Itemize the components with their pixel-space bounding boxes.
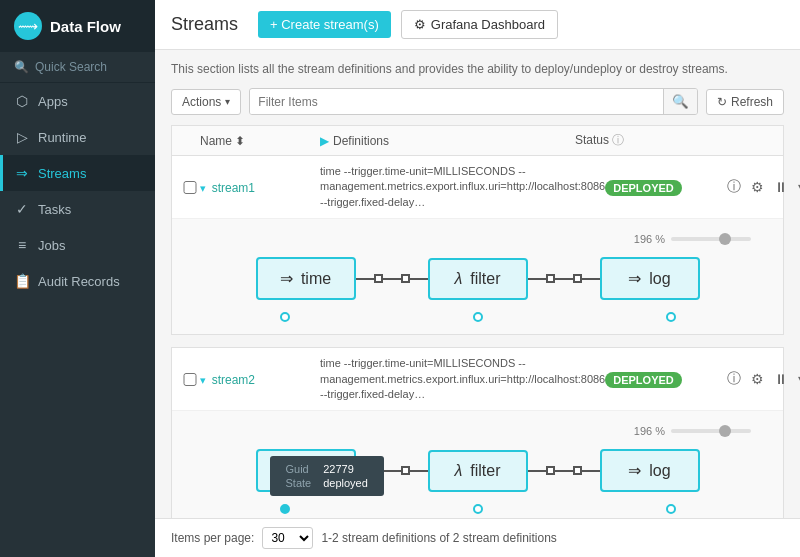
- stream1-progress-label: 196 %: [634, 233, 665, 245]
- stream2-more-button[interactable]: ▾: [796, 369, 800, 389]
- logo-text: Data Flow: [50, 18, 121, 35]
- expand-all-icon[interactable]: ▶: [320, 134, 329, 148]
- sidebar-item-runtime[interactable]: ▷ Runtime: [0, 119, 155, 155]
- stream2-pause-button[interactable]: ⏸: [772, 369, 790, 389]
- logo-icon: ⟿: [14, 12, 42, 40]
- jobs-icon: ≡: [14, 237, 30, 253]
- stream2-dot-2: [473, 504, 483, 514]
- stream2-connector2: [528, 466, 600, 475]
- refresh-button[interactable]: ↻ Refresh: [706, 89, 784, 115]
- stream2-actions: ⓘ ⚙ ⏸ ▾: [725, 368, 800, 390]
- streams-icon: ⇒: [14, 165, 30, 181]
- stream1-progress-row: 196 %: [188, 231, 767, 249]
- sidebar-item-audit[interactable]: 📋 Audit Records: [0, 263, 155, 299]
- sidebar-item-apps[interactable]: ⬡ Apps: [0, 83, 155, 119]
- main-panel: Streams + Create stream(s) ⚙ Grafana Das…: [155, 0, 800, 557]
- sidebar-item-label: Apps: [38, 94, 68, 109]
- lambda-icon: λ: [454, 270, 462, 288]
- stream1-progress-bar: [671, 237, 751, 241]
- header-status-col: Status ⓘ: [575, 132, 695, 149]
- stream1-settings-button[interactable]: ⚙: [749, 177, 766, 197]
- sidebar-item-jobs[interactable]: ≡ Jobs: [0, 227, 155, 263]
- description-text: This section lists all the stream defini…: [171, 62, 784, 76]
- stream2-link[interactable]: stream2: [212, 373, 255, 387]
- chevron-down-icon: ▾: [225, 96, 230, 107]
- stream1-diagram-dots: [188, 308, 767, 326]
- sidebar: ⟿ Data Flow 🔍 Quick Search ⬡ Apps ▷ Runt…: [0, 0, 155, 557]
- apps-icon: ⬡: [14, 93, 30, 109]
- audit-icon: 📋: [14, 273, 30, 289]
- stream1-connector2: [528, 274, 600, 283]
- sort-icon: ⬍: [235, 134, 245, 148]
- sidebar-logo: ⟿ Data Flow: [0, 0, 155, 52]
- stream2-progress-thumb[interactable]: [719, 425, 731, 437]
- stream1-progress-thumb[interactable]: [719, 233, 731, 245]
- stream1-dot-2: [473, 312, 483, 322]
- stream1-time-node[interactable]: ⇒ time: [256, 257, 356, 300]
- runtime-icon: ▷: [14, 129, 30, 145]
- main-content: This section lists all the stream defini…: [155, 50, 800, 518]
- page-title: Streams: [171, 14, 238, 35]
- stream1-more-button[interactable]: ▾: [796, 177, 800, 197]
- stream1-link[interactable]: stream1: [212, 181, 255, 195]
- sidebar-item-label: Audit Records: [38, 274, 120, 289]
- stream1-dot-3: [666, 312, 676, 322]
- stream2-diagram-dots: Guid 22779 State deployed: [188, 500, 767, 518]
- tooltip-guid-label: Guid: [280, 462, 318, 476]
- stream2-info-button[interactable]: ⓘ: [725, 368, 743, 390]
- stream2-log-node[interactable]: ⇒ log: [600, 449, 700, 492]
- header-definitions-col: ▶ Definitions: [320, 134, 575, 148]
- table-header: Name ⬍ ▶ Definitions Status ⓘ: [171, 125, 784, 155]
- stream-block-2: ▾ stream2 time --trigger.time-unit=MILLI…: [171, 347, 784, 518]
- stream-block-1: ▾ stream1 time --trigger.time-unit=MILLI…: [171, 155, 784, 335]
- stream2-deployed-badge: DEPLOYED: [605, 372, 682, 388]
- sidebar-item-streams[interactable]: ⇒ Streams: [0, 155, 155, 191]
- stream2-checkbox[interactable]: [180, 373, 200, 386]
- stream1-expand-icon[interactable]: ▾: [200, 182, 206, 194]
- stream-row-2: ▾ stream2 time --trigger.time-unit=MILLI…: [172, 348, 783, 411]
- toolbar: Actions ▾ 🔍 ↻ Refresh: [171, 88, 784, 115]
- stream2-expand-icon[interactable]: ▾: [200, 374, 206, 386]
- stream1-name: ▾ stream1: [200, 180, 320, 195]
- refresh-icon: ↻: [717, 95, 727, 109]
- stream1-pause-button[interactable]: ⏸: [772, 177, 790, 197]
- sidebar-item-tasks[interactable]: ✓ Tasks: [0, 191, 155, 227]
- lambda-icon2: λ: [454, 462, 462, 480]
- search-box: 🔍: [249, 88, 698, 115]
- search-submit-button[interactable]: 🔍: [663, 89, 697, 114]
- stream2-diagram: 196 % ⇒ time: [172, 411, 783, 518]
- header-name-col: Name ⬍: [200, 134, 320, 148]
- stream1-dot-1: [280, 312, 290, 322]
- stream2-dot-1: [280, 504, 290, 514]
- tooltip-state-label: State: [280, 476, 318, 490]
- per-page-select[interactable]: 30 50 100: [262, 527, 313, 549]
- stream2-definition: time --trigger.time-unit=MILLISECONDS --…: [320, 356, 605, 402]
- stream2-settings-button[interactable]: ⚙: [749, 369, 766, 389]
- stream1-log-node[interactable]: ⇒ log: [600, 257, 700, 300]
- stream2-dot-3: [666, 504, 676, 514]
- footer: Items per page: 30 50 100 1-2 stream def…: [155, 518, 800, 557]
- stream2-filter-node[interactable]: λ filter: [428, 450, 528, 492]
- sidebar-nav: ⬡ Apps ▷ Runtime ⇒ Streams ✓ Tasks ≡ Job…: [0, 83, 155, 299]
- stream1-info-button[interactable]: ⓘ: [725, 176, 743, 198]
- filter-input[interactable]: [250, 90, 663, 114]
- search-icon: 🔍: [14, 60, 29, 74]
- grafana-icon: ⚙: [414, 17, 426, 32]
- stream1-diagram: 196 % ⇒ time: [172, 219, 783, 334]
- sidebar-item-label: Tasks: [38, 202, 71, 217]
- sidebar-item-label: Streams: [38, 166, 86, 181]
- stream1-checkbox[interactable]: [180, 181, 200, 194]
- stream2-tooltip: Guid 22779 State deployed: [270, 456, 384, 496]
- grafana-dashboard-button[interactable]: ⚙ Grafana Dashboard: [401, 10, 558, 39]
- stream1-filter-node[interactable]: λ filter: [428, 258, 528, 300]
- actions-dropdown[interactable]: Actions ▾: [171, 89, 241, 115]
- pagination-summary: 1-2 stream definitions of 2 stream defin…: [321, 531, 556, 545]
- items-per-page-label: Items per page:: [171, 531, 254, 545]
- sidebar-item-label: Jobs: [38, 238, 65, 253]
- stream2-status: DEPLOYED: [605, 372, 725, 387]
- stream1-definition: time --trigger.time-unit=MILLISECONDS --…: [320, 164, 605, 210]
- sidebar-search[interactable]: 🔍 Quick Search: [0, 52, 155, 83]
- log-sink-icon2: ⇒: [628, 461, 641, 480]
- log-sink-icon: ⇒: [628, 269, 641, 288]
- create-streams-button[interactable]: + Create stream(s): [258, 11, 391, 38]
